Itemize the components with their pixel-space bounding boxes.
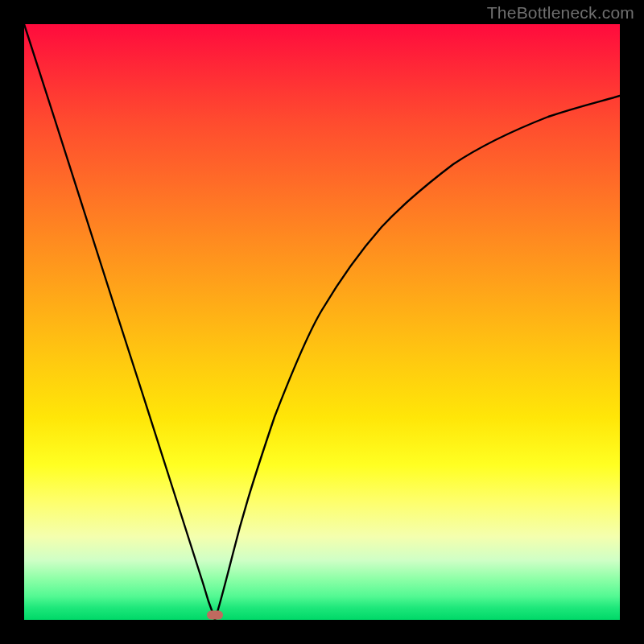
minimum-marker [207,611,223,620]
watermark-text: TheBottleneck.com [487,3,634,23]
curve-right-branch [215,96,620,620]
curve-left-branch [24,24,215,620]
curve-layer [24,24,620,620]
plot-area [24,24,620,620]
chart-frame: TheBottleneck.com [0,0,644,644]
